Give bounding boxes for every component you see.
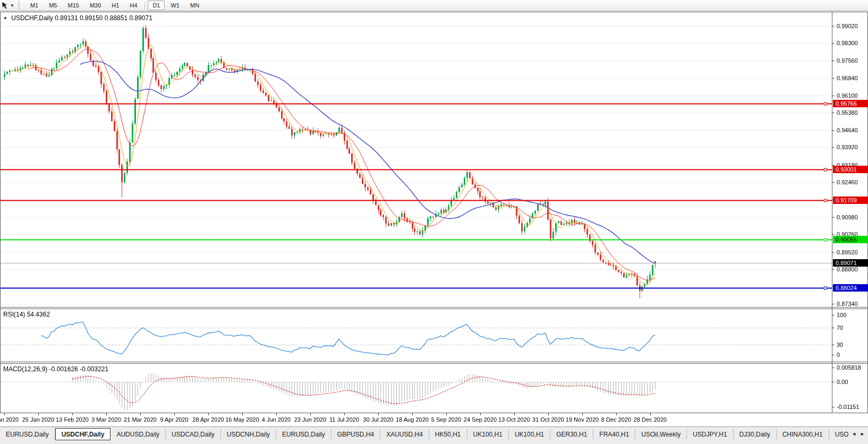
current-price-badge: 0.89071 — [833, 259, 868, 267]
date-axis-label: 4 Jun 2020 — [262, 416, 291, 423]
price-axis-label: 0.93920 — [837, 144, 858, 150]
macd-axis-label: 0.00 — [837, 379, 848, 385]
date-axis-label: 8 Dec 2020 — [601, 416, 631, 423]
tab-dj30-daily[interactable]: DJ30,Daily — [734, 429, 777, 440]
tab-ger30-h1[interactable]: GER30,H1 — [550, 429, 593, 440]
rsi-axis-label: 30 — [837, 341, 843, 348]
price-axis-label: 0.96840 — [837, 75, 858, 81]
date-axis-label: 16 May 2020 — [225, 416, 259, 423]
price-axis-label: 0.97560 — [837, 57, 858, 64]
chart-collapse-caret-icon[interactable]: ▼ — [3, 16, 7, 21]
price-axis-label: 0.88800 — [837, 266, 858, 272]
chart-tabs: EURUSD,DailyUSDCHF,DailyAUDUSD,DailyUSDC… — [0, 428, 848, 440]
tab-gbpusd-h4[interactable]: GBPUSD,H4 — [331, 429, 380, 440]
rsi-current-value: 54.4362 — [27, 311, 50, 318]
price-axis-label: 0.89520 — [837, 249, 858, 255]
rsi-axis-label: 100 — [837, 312, 846, 318]
cursor-tool-icon[interactable] — [1, 2, 9, 10]
tab-usoil-weekly[interactable]: USOil,Weekly — [635, 429, 687, 440]
timeframe-button-h4[interactable]: H4 — [125, 1, 142, 10]
timeframe-button-mn[interactable]: MN — [185, 1, 204, 10]
price-level-badge: 0.91709 — [833, 197, 868, 204]
price-level-badge: 0.88024 — [833, 284, 868, 292]
price-axis-label: 0.95380 — [837, 109, 858, 116]
date-axis-label: 7 Jan 2020 — [0, 416, 19, 423]
date-axis-label: 11 Jul 2020 — [329, 416, 359, 423]
tab-eurusd-daily[interactable]: EURUSD,Daily — [0, 429, 55, 440]
cursor-tool-dropdown-caret-icon[interactable]: ▼ — [10, 2, 14, 10]
tab-audusd-daily[interactable]: AUDUSD,Daily — [110, 429, 166, 440]
timeframe-button-d1[interactable]: D1 — [148, 1, 165, 10]
price-axis-label: 0.94640 — [837, 127, 858, 133]
tab-eurusd-daily[interactable]: EURUSD,Daily — [276, 429, 331, 440]
date-axis-label: 9 Apr 2020 — [160, 416, 188, 423]
date-axis-label: 24 Sep 2020 — [464, 416, 497, 423]
tab-uk100-h1[interactable]: UK100,H1 — [467, 429, 509, 440]
tab-usdchf-daily[interactable]: USDCHF,Daily — [55, 428, 111, 440]
timeframe-button-m1[interactable]: M1 — [25, 1, 43, 10]
timeframe-button-m15[interactable]: M15 — [63, 1, 83, 10]
price-axis-label: 0.92460 — [837, 179, 858, 185]
date-axis-label: 13 Oct 2020 — [498, 416, 530, 423]
price-axis-label: 0.96100 — [837, 92, 858, 99]
timeframe-group-separator — [144, 2, 145, 10]
price-axis-label: 0.98300 — [837, 40, 858, 46]
date-axis-label: 19 Nov 2020 — [566, 416, 599, 423]
trading-terminal-window: ▼ M1M5M15M30H1H4D1W1MN ▼ USDCHF,Daily 0.… — [0, 0, 868, 444]
tab-china300-h1[interactable]: CHINA300,H1 — [777, 429, 829, 440]
macd-name: MACD(12,26,9) — [3, 365, 47, 373]
macd-signal-value: -0.003221 — [80, 365, 108, 373]
chart-symbol-label: USDCHF,Daily — [11, 14, 53, 22]
price-axis-label: 0.87340 — [837, 301, 858, 307]
timeframe-button-m30[interactable]: M30 — [85, 1, 106, 10]
chart-title: ▼ USDCHF,Daily 0.89131 0.89150 0.88851 0… — [3, 14, 152, 22]
price-level-badge: 0.90055 — [833, 236, 868, 243]
price-level-badge: 0.95766 — [833, 100, 868, 107]
date-axis-label: 18 Aug 2020 — [396, 416, 429, 423]
date-axis-label: 28 Dec 2020 — [634, 416, 667, 423]
macd-axis-label: -0.01151 — [837, 404, 860, 410]
date-axis-label: 21 Mar 2020 — [124, 416, 157, 423]
price-axis-label: 0.90980 — [837, 214, 858, 220]
date-axis-label: 31 Oct 2020 — [532, 416, 564, 423]
rsi-name: RSI(14) — [3, 311, 25, 318]
rsi-axis-label: 0 — [837, 352, 840, 358]
tab-usdjpy-h1[interactable]: USDJPY,H1 — [687, 429, 733, 440]
date-axis-label: 25 Jan 2020 — [22, 416, 55, 423]
tab-usdcad-daily[interactable]: USDCAD,Daily — [166, 429, 221, 440]
timeframe-button-m5[interactable]: M5 — [44, 1, 62, 10]
tab-scroll-controls: ◄ ► — [848, 428, 868, 439]
chart-canvas[interactable] — [0, 0, 868, 444]
rsi-axis-label: 70 — [837, 325, 843, 331]
tab-fra40-h1[interactable]: FRA40,H1 — [593, 429, 635, 440]
date-axis-label: 23 Jun 2020 — [294, 416, 327, 423]
date-axis-label: 13 Feb 2020 — [56, 416, 89, 423]
timeframe-button-h1[interactable]: H1 — [107, 1, 124, 10]
tab-hk50-h1[interactable]: HK50,H1 — [429, 429, 467, 440]
chart-tab-bar: EURUSD,DailyUSDCHF,DailyAUDUSD,DailyUSDC… — [0, 426, 868, 444]
toolbar-grip[interactable] — [18, 2, 20, 10]
tab-scroll-left-button[interactable]: ◄ — [852, 431, 856, 437]
macd-axis-label: 0.005818 — [837, 364, 861, 371]
macd-indicator-label: MACD(12,26,9) -0.001626 -0.003221 — [3, 365, 108, 373]
timeframe-button-w1[interactable]: W1 — [166, 1, 184, 10]
macd-main-value: -0.001626 — [49, 365, 78, 373]
price-axis-label: 0.99020 — [837, 23, 858, 29]
chart-ohlc-values: 0.89131 0.89150 0.88851 0.89071 — [55, 14, 152, 22]
tab-scroll-right-button[interactable]: ► — [860, 431, 865, 437]
date-axis-label: 5 Sep 2020 — [431, 416, 461, 423]
date-axis-label: 30 Jul 2020 — [363, 416, 394, 423]
tab-usoil[interactable]: USOil, — [829, 429, 848, 440]
top-toolbar: ▼ M1M5M15M30H1H4D1W1MN — [0, 0, 868, 11]
date-axis-label: 28 Apr 2020 — [192, 416, 224, 423]
tab-xauusd-h4[interactable]: XAUUSD,H4 — [380, 429, 429, 440]
price-level-badge: 0.93001 — [833, 166, 868, 173]
rsi-indicator-label: RSI(14) 54.4362 — [3, 311, 50, 318]
tab-uk100-h1[interactable]: UK100,H1 — [509, 429, 550, 440]
date-axis-label: 3 Mar 2020 — [91, 416, 121, 423]
tab-usdcnh-daily[interactable]: USDCNH,Daily — [221, 429, 276, 440]
timeframe-toolbar: M1M5M15M30H1H4D1W1MN — [25, 0, 205, 11]
